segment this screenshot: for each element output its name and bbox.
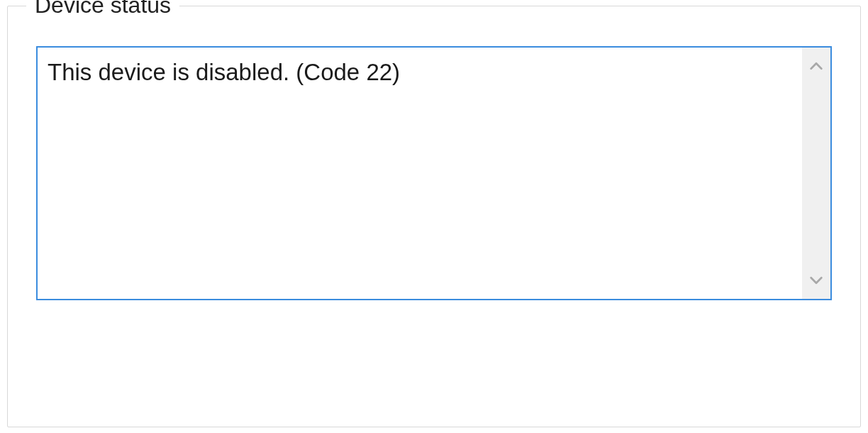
device-status-groupbox: Device status This device is disabled. (… <box>7 6 861 427</box>
device-status-message: This device is disabled. (Code 22) <box>48 57 791 87</box>
scrollbar-vertical[interactable] <box>802 48 830 299</box>
scroll-up-icon[interactable] <box>802 52 830 80</box>
device-status-text-wrap: This device is disabled. (Code 22) <box>38 48 802 299</box>
device-status-textbox[interactable]: This device is disabled. (Code 22) <box>36 46 832 300</box>
device-status-legend: Device status <box>26 0 179 21</box>
scroll-down-icon[interactable] <box>802 266 830 295</box>
